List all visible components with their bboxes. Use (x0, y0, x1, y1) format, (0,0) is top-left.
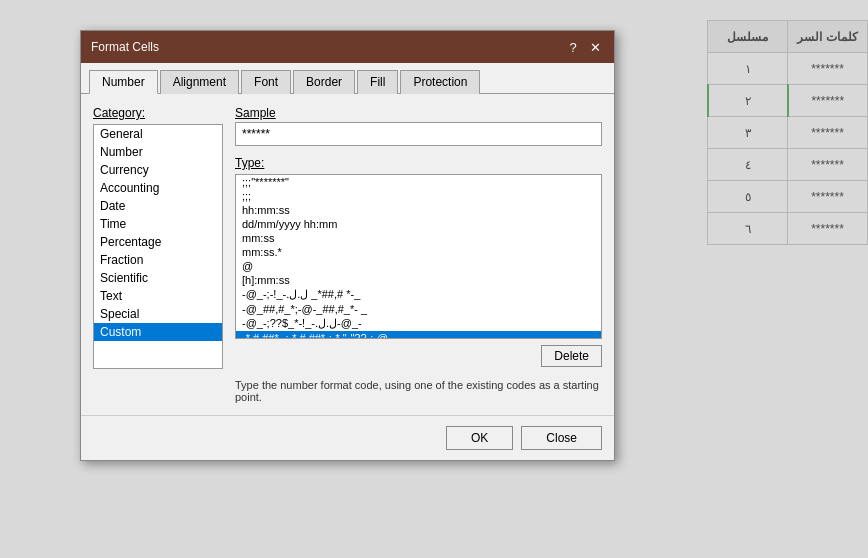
type-item-4[interactable]: mm:ss (236, 231, 601, 245)
type-item-5[interactable]: mm:ss.* (236, 245, 601, 259)
type-list-container[interactable]: ;;;"*******";;;hh:mm:ssdd/mm/yyyy hh:mmm… (235, 174, 602, 339)
format-cells-dialog: Format Cells ? ✕ Number Alignment Font B… (80, 30, 615, 461)
category-item-fraction[interactable]: Fraction (94, 251, 222, 269)
titlebar-buttons: ? ✕ (564, 38, 604, 56)
tab-number[interactable]: Number (89, 70, 158, 94)
sample-label: Sample (235, 106, 602, 120)
dialog-footer: OK Close (81, 415, 614, 460)
category-list[interactable]: GeneralNumberCurrencyAccountingDateTimeP… (93, 124, 223, 369)
tab-font[interactable]: Font (241, 70, 291, 94)
category-item-date[interactable]: Date (94, 197, 222, 215)
close-button[interactable]: Close (521, 426, 602, 450)
tab-fill[interactable]: Fill (357, 70, 398, 94)
category-item-currency[interactable]: Currency (94, 161, 222, 179)
category-item-special[interactable]: Special (94, 305, 222, 323)
close-dialog-button[interactable]: ✕ (586, 38, 604, 56)
type-item-0[interactable]: ;;;"*******" (236, 175, 601, 189)
sample-value: ****** (235, 122, 602, 146)
type-item-9[interactable]: -@_##,#_*;-@-_##,#_*- _ (236, 302, 601, 316)
type-list[interactable]: ;;;"*******";;;hh:mm:ssdd/mm/yyyy hh:mmm… (236, 175, 601, 339)
category-section: Category: GeneralNumberCurrencyAccountin… (93, 106, 223, 403)
delete-button[interactable]: Delete (541, 345, 602, 367)
category-item-custom[interactable]: Custom (94, 323, 222, 341)
tab-border[interactable]: Border (293, 70, 355, 94)
help-button[interactable]: ? (564, 38, 582, 56)
tabs-bar: Number Alignment Font Border Fill Protec… (81, 63, 614, 94)
category-item-percentage[interactable]: Percentage (94, 233, 222, 251)
tab-alignment[interactable]: Alignment (160, 70, 239, 94)
type-item-11[interactable]: -* #,##* -;-* #,##*-;-* "-"??-;-@_- (236, 331, 601, 339)
category-item-number[interactable]: Number (94, 143, 222, 161)
category-item-accounting[interactable]: Accounting (94, 179, 222, 197)
category-item-scientific[interactable]: Scientific (94, 269, 222, 287)
hint-text: Type the number format code, using one o… (235, 375, 602, 403)
category-item-text[interactable]: Text (94, 287, 222, 305)
category-item-general[interactable]: General (94, 125, 222, 143)
category-label: Category: (93, 106, 223, 120)
type-label: Type: (235, 156, 602, 170)
right-section: Sample ****** Type: ;;;"*******";;;hh:mm… (235, 106, 602, 403)
type-item-10[interactable]: -@_-;??$_*-!_-.ل.ل-@_- (236, 316, 601, 331)
ok-button[interactable]: OK (446, 426, 513, 450)
type-item-6[interactable]: @ (236, 259, 601, 273)
dialog-content: Number Alignment Font Border Fill Protec… (81, 63, 614, 415)
type-item-3[interactable]: dd/mm/yyyy hh:mm (236, 217, 601, 231)
dialog-titlebar: Format Cells ? ✕ (81, 31, 614, 63)
type-item-7[interactable]: [h]:mm:ss (236, 273, 601, 287)
panel-content: Category: GeneralNumberCurrencyAccountin… (81, 94, 614, 415)
type-item-8[interactable]: -@_-;-!_-.ل.ل _*##,# *-_ (236, 287, 601, 302)
type-item-1[interactable]: ;;; (236, 189, 601, 203)
type-item-2[interactable]: hh:mm:ss (236, 203, 601, 217)
category-item-time[interactable]: Time (94, 215, 222, 233)
tab-protection[interactable]: Protection (400, 70, 480, 94)
dialog-title: Format Cells (91, 40, 159, 54)
